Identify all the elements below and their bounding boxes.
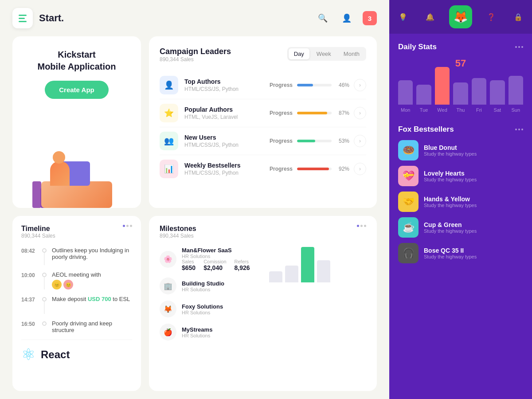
- timeline-text: Outlines keep you Indulging in poorly dr…: [52, 247, 132, 260]
- progress-label: Progress: [270, 110, 293, 116]
- daily-stat-day-label: Sun: [511, 107, 520, 113]
- timeline-header: Timeline 890,344 Sales: [21, 225, 132, 245]
- daily-stat-bar: [416, 85, 431, 105]
- daily-stat-bar: [490, 80, 505, 105]
- sidebar-icon-fox-active[interactable]: 🦊: [449, 5, 472, 28]
- header-left: Start.: [12, 8, 64, 28]
- milestones-chart-bar: [301, 247, 314, 282]
- daily-stats-section: Daily Stats 57 MonTueWedThuFriSatSun: [398, 43, 523, 113]
- create-app-button[interactable]: Create App: [45, 81, 108, 99]
- timeline-item: 16:50 Poorly driving and keep structure: [21, 320, 132, 333]
- daily-stat-bar: [472, 78, 486, 105]
- daily-stats-menu[interactable]: [515, 46, 523, 48]
- fox-bestsellers-menu[interactable]: [515, 129, 523, 130]
- camp-row-arrow[interactable]: ›: [354, 163, 366, 175]
- camp-row-info: Popular Authors HTML, VueJS, Laravel: [184, 106, 270, 120]
- milestones-chart-bar: [317, 260, 330, 282]
- fox-bestseller-item[interactable]: 🍩 Blue Donut Study the highway types: [398, 140, 523, 160]
- daily-stat-day-label: Tue: [420, 107, 428, 113]
- react-icon: ⚛: [21, 345, 35, 364]
- progress-label: Progress: [270, 82, 293, 88]
- milestone-row: 🍎 MyStreams HR Solutions: [160, 324, 260, 340]
- timeline-text: Poorly driving and keep structure: [52, 320, 132, 333]
- campaign-row: 📊 Weekly Bestsellers HTML/CSS/JS, Python…: [160, 155, 366, 183]
- fox-item-sub: Study the highway types: [424, 254, 523, 259]
- milestones-mini-chart: [266, 247, 366, 282]
- fox-item-info: Cup & Green Study the highway types: [424, 221, 523, 234]
- fox-bestseller-item[interactable]: 🤝 Hands & Yellow Study the highway types: [398, 192, 523, 212]
- camp-row-name: Popular Authors: [184, 106, 270, 113]
- ms-icon: 🦊: [160, 301, 176, 317]
- timeline-time: 08:42: [21, 248, 37, 254]
- tab-day[interactable]: Day: [289, 48, 309, 59]
- timeline-dot-wrap: [42, 247, 47, 265]
- timeline-dot: [42, 248, 47, 253]
- camp-row-progress: Progress 92%: [270, 166, 349, 172]
- fox-item-name: Blue Donut: [424, 144, 523, 151]
- sidebar-icon-lock[interactable]: 🔒: [510, 8, 527, 25]
- daily-stats-header: Daily Stats: [398, 43, 523, 51]
- fox-item-sub: Study the highway types: [424, 151, 523, 156]
- timeline-dot-wrap: [42, 271, 47, 289]
- kickstart-title: Kickstart Mobile Application: [37, 49, 116, 73]
- progress-bar-wrap: [297, 140, 332, 142]
- daily-stat-bar: [398, 80, 413, 105]
- daily-stat-day-label: Sat: [494, 107, 501, 113]
- search-icon[interactable]: 🔍: [315, 10, 331, 26]
- ms-stat-commission: Comission $2,040: [203, 259, 226, 271]
- daily-stat-bar-wrap: Sat: [490, 80, 505, 113]
- daily-stat-day-label: Fri: [476, 107, 482, 113]
- tab-month[interactable]: Month: [338, 48, 365, 59]
- daily-stat-bar-wrap: Thu: [453, 82, 468, 113]
- camp-row-info: Top Authors HTML/CSS/JS, Python: [184, 78, 270, 92]
- timeline-menu-dots[interactable]: [123, 225, 132, 227]
- camp-row-name: Top Authors: [184, 78, 270, 85]
- milestones-card: Milestones 890,344 Sales 🌸 Man&Flower Sa…: [149, 216, 377, 391]
- ms-name: Man&Flower SaaS: [182, 247, 260, 254]
- milestones-grid: 🌸 Man&Flower SaaS HR Solutions Sales $65…: [160, 247, 366, 340]
- sidebar-content: Daily Stats 57 MonTueWedThuFriSatSun Fox…: [389, 34, 532, 399]
- milestones-chart-bar: [285, 266, 298, 282]
- timeline-subtitle: 890,344 Sales: [21, 233, 55, 239]
- milestones-list: 🌸 Man&Flower SaaS HR Solutions Sales $65…: [160, 247, 260, 340]
- logo-icon: [12, 8, 33, 28]
- fox-item-name: Hands & Yellow: [424, 196, 523, 203]
- camp-row-tech: HTML, VueJS, Laravel: [184, 114, 270, 120]
- right-sidebar: 💡 🔔 🦊 ❓ 🔒 Daily Stats 57 MonTueWedThuFri…: [389, 0, 532, 399]
- camp-row-arrow[interactable]: ›: [354, 79, 366, 91]
- camp-row-arrow[interactable]: ›: [354, 135, 366, 147]
- sidebar-icon-bell[interactable]: 🔔: [422, 8, 438, 25]
- ms-icon: 🍎: [160, 324, 176, 340]
- campaign-row: 👤 Top Authors HTML/CSS/JS, Python Progre…: [160, 71, 366, 99]
- daily-stat-day-label: Wed: [437, 107, 447, 113]
- milestones-menu-dots[interactable]: [357, 225, 366, 245]
- timeline-dot-wrap: [42, 296, 47, 314]
- sidebar-icon-lightbulb[interactable]: 💡: [395, 8, 411, 25]
- fox-bestseller-item[interactable]: 💝 Lovely Hearts Study the highway types: [398, 166, 523, 186]
- daily-stat-bar: [509, 76, 523, 105]
- ms-sub: HR Solutions: [182, 333, 260, 338]
- user-icon[interactable]: 👤: [339, 10, 355, 26]
- fox-bestseller-item[interactable]: ☕ Cup & Green Study the highway types: [398, 217, 523, 238]
- milestone-row: 🏢 Building Studio HR Solutions: [160, 278, 260, 294]
- fox-item-info: Hands & Yellow Study the highway types: [424, 196, 523, 208]
- ms-info: Building Studio HR Solutions: [182, 280, 260, 292]
- camp-row-tech: HTML/CSS/JS, Python: [184, 170, 270, 176]
- camp-row-arrow[interactable]: ›: [354, 107, 366, 119]
- ms-stat-refers: Refers 8,926: [235, 259, 250, 271]
- timeline-title: Timeline: [21, 225, 55, 233]
- timeline-text: AEOL meeting with😊😊: [52, 271, 132, 289]
- ms-icon: 🌸: [160, 251, 176, 268]
- content-grid: Kickstart Mobile Application Create App …: [0, 36, 389, 399]
- sidebar-icon-help[interactable]: ❓: [483, 8, 500, 25]
- fox-item-sub: Study the highway types: [424, 203, 523, 208]
- daily-stat-day-label: Mon: [401, 107, 410, 113]
- ms-name: Foxy Solutions: [182, 303, 260, 310]
- fox-item-thumb: 🎧: [398, 243, 419, 263]
- camp-row-name: Weekly Bestsellers: [184, 162, 270, 169]
- notification-badge[interactable]: 3: [363, 11, 377, 25]
- progress-pct: 92%: [336, 166, 349, 172]
- tab-week[interactable]: Week: [311, 48, 336, 59]
- fox-bestseller-item[interactable]: 🎧 Bose QC 35 II Study the highway types: [398, 243, 523, 263]
- timeline-time: 14:37: [21, 297, 37, 303]
